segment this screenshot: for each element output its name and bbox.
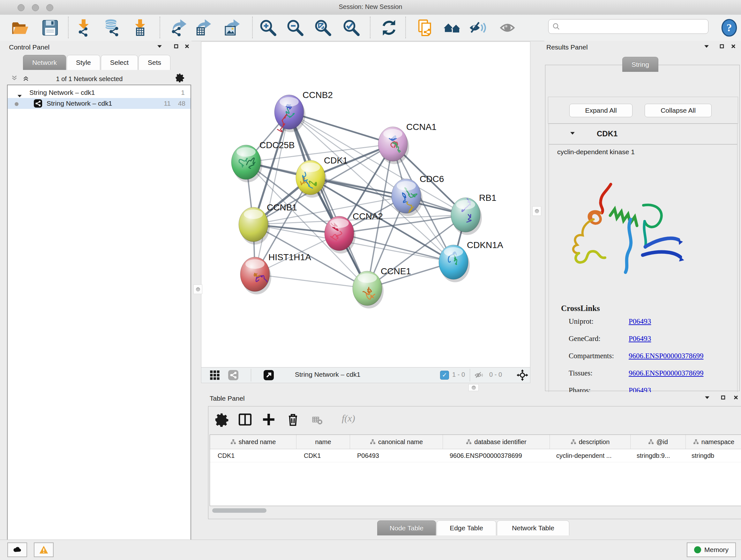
show-eye-button[interactable] — [498, 18, 517, 37]
node-label-cdkn1a: CDKN1A — [467, 240, 503, 250]
column-header-description[interactable]: description — [550, 435, 630, 449]
table-row[interactable]: CDK1CDK1P064939606.ENSP00000378699cyclin… — [210, 449, 741, 462]
right-splitter-grip[interactable] — [532, 206, 541, 216]
import-table-file-button[interactable] — [131, 18, 149, 37]
network-node-ccna1[interactable] — [378, 127, 409, 164]
network-node-ccnb1[interactable] — [239, 207, 270, 245]
gene-collapse-icon[interactable] — [570, 131, 577, 137]
results-panel-close-icon[interactable] — [731, 44, 738, 51]
network-row-selected[interactable]: String Network – cdk1 11 48 — [8, 98, 191, 109]
export-image-button[interactable] — [223, 18, 241, 37]
memory-button[interactable]: Memory — [687, 543, 736, 557]
table-panel-float-icon[interactable] — [721, 395, 728, 401]
table-panel-menu-icon[interactable] — [704, 395, 712, 401]
network-node-ccne1[interactable] — [353, 271, 384, 308]
tab-node-table[interactable]: Node Table — [377, 520, 436, 536]
zoom-out-button[interactable] — [286, 18, 305, 37]
selected-checkbox[interactable]: ✓ — [440, 371, 449, 380]
tab-sets[interactable]: Sets — [138, 55, 171, 70]
column-header-canonical-name[interactable]: canonical name — [350, 435, 443, 449]
control-panel-menu-icon[interactable] — [157, 44, 164, 51]
crosslink-link[interactable]: P06493 — [629, 317, 651, 326]
column-header--id[interactable]: @id — [630, 435, 686, 449]
network-edge[interactable] — [255, 274, 367, 288]
column-header-name[interactable]: name — [296, 435, 350, 449]
table-cell[interactable]: P06493 — [349, 449, 442, 462]
column-header-namespace[interactable]: namespace — [686, 435, 741, 449]
help-button[interactable]: ? — [721, 18, 738, 37]
zoom-in-button[interactable] — [259, 18, 277, 37]
fit-move-crosshair-icon[interactable] — [517, 369, 528, 381]
network-options-gear-icon[interactable] — [175, 73, 182, 79]
zoom-selected-button[interactable] — [342, 18, 360, 37]
string-share-icon[interactable] — [228, 370, 239, 380]
collection-collapse-icon[interactable] — [17, 90, 24, 97]
control-panel-close-icon[interactable] — [185, 44, 192, 51]
crosslink-link[interactable]: P06493 — [629, 334, 651, 343]
homes-button[interactable] — [443, 18, 461, 37]
cloud-button[interactable] — [7, 543, 27, 557]
table-hscrollbar-thumb[interactable] — [212, 508, 266, 513]
table-gear-icon[interactable] — [214, 412, 229, 427]
gene-section-header[interactable]: CDK1 — [549, 123, 738, 145]
network-node-ccnb2[interactable] — [274, 95, 306, 132]
results-panel-float-icon[interactable] — [719, 44, 726, 51]
search-input[interactable] — [562, 20, 704, 32]
toolbar-separator — [159, 17, 160, 38]
duplicate-network-button[interactable] — [416, 18, 434, 37]
table-cell[interactable]: CDK1 — [296, 449, 349, 462]
control-panel-tabs: NetworkStyleSelectSets — [23, 55, 171, 70]
control-panel-float-icon[interactable] — [174, 44, 181, 51]
network-node-cdc25b[interactable] — [231, 145, 262, 182]
delete-table-icon-disabled — [311, 415, 323, 426]
tab-edge-table[interactable]: Edge Table — [436, 520, 496, 536]
network-node-cdkn1a[interactable] — [439, 245, 470, 282]
table-cell[interactable]: stringdb — [684, 449, 740, 462]
save-session-button[interactable] — [41, 18, 59, 37]
network-node-hist1h1a[interactable] — [240, 257, 271, 294]
column-header-database-identifier[interactable]: database identifier — [443, 435, 550, 449]
export-table-button[interactable] — [194, 18, 212, 37]
open-file-button[interactable] — [11, 18, 29, 37]
window-titlebar: Session: New Session — [0, 0, 741, 15]
network-node-cdc6[interactable] — [392, 179, 422, 216]
export-network-button[interactable] — [170, 18, 188, 37]
network-node-rb1[interactable] — [451, 198, 482, 235]
crosslink-link[interactable]: 9606.ENSP00000378699 — [629, 352, 704, 360]
network-canvas[interactable]: CCNB2CCNA1CDC25BCDK1CDC6RB1CCNB1CCNA2CDK… — [201, 42, 530, 368]
bottom-splitter-grip[interactable] — [468, 384, 479, 391]
show-columns-icon[interactable] — [238, 412, 253, 427]
warning-icon — [39, 545, 49, 555]
tab-style[interactable]: Style — [67, 55, 100, 70]
import-network-file-button[interactable] — [74, 18, 93, 37]
left-splitter-grip[interactable] — [193, 285, 202, 294]
table-cell[interactable]: 9606.ENSP00000378699 — [442, 449, 549, 462]
warning-button[interactable] — [34, 543, 54, 557]
add-column-icon[interactable] — [261, 412, 276, 427]
tab-network[interactable]: Network — [23, 55, 66, 70]
delete-column-trash-icon[interactable] — [286, 412, 300, 427]
network-edge[interactable] — [255, 112, 289, 274]
tab-string[interactable]: String — [622, 57, 658, 72]
column-header-shared-name[interactable]: shared name — [210, 435, 296, 449]
zoom-fit-button[interactable] — [314, 18, 332, 37]
network-node-cdk1[interactable] — [296, 160, 327, 198]
hidden-eye-slash-icon[interactable] — [474, 370, 484, 380]
table-cell[interactable]: CDK1 — [210, 449, 296, 462]
expand-all-button[interactable]: Expand All — [569, 104, 632, 117]
tab-select[interactable]: Select — [101, 55, 138, 70]
results-panel-menu-icon[interactable] — [704, 44, 711, 51]
refresh-view-button[interactable] — [380, 18, 398, 37]
network-node-ccna2[interactable] — [325, 216, 355, 253]
birdseye-grid-icon[interactable] — [210, 370, 220, 380]
table-panel-close-icon[interactable] — [733, 395, 740, 401]
popout-view-icon[interactable] — [264, 370, 274, 380]
table-cell[interactable]: stringdb:9... — [629, 449, 684, 462]
table-cell[interactable]: cyclin-dependent ... — [549, 449, 629, 462]
import-network-database-button[interactable] — [103, 18, 121, 37]
hide-panels-eye-button[interactable] — [468, 18, 487, 37]
crosslink-link[interactable]: 9606.ENSP00000378699 — [629, 369, 704, 377]
collapse-all-button[interactable]: Collapse All — [645, 104, 712, 117]
tab-network-table[interactable]: Network Table — [497, 520, 569, 536]
network-collection-row[interactable]: String Network – cdk1 1 — [8, 87, 191, 98]
